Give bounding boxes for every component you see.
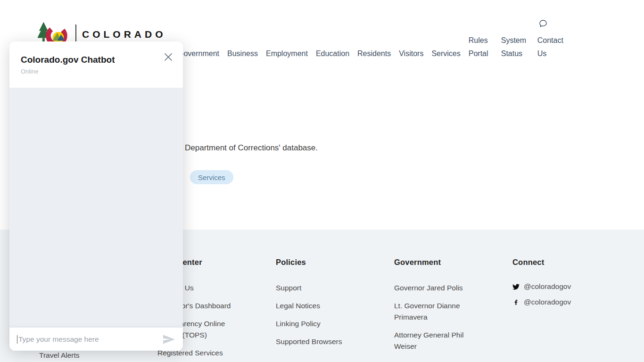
footer-column-connect: Connect @coloradogov @coloradogov [512,258,616,313]
footer-link-travel-alerts[interactable]: Travel Alerts [39,350,80,361]
nav-item-education[interactable]: Education [316,47,349,60]
twitter-handle: @coloradogov [524,282,571,291]
chatbot-title: Colorado.gov Chatbot [21,55,172,65]
nav-item-system-status[interactable]: System Status [501,34,529,60]
twitter-icon [512,283,520,290]
page-description-fragment: Department of Corrections' database. [185,143,318,153]
chatbot-input-row [9,328,183,351]
nav-item-residents[interactable]: Residents [357,47,391,60]
footer-link-attorney-general[interactable]: Attorney General Phil Weiser [394,329,484,352]
footer-column-government: Government Governor Jared Polis Lt. Gove… [394,258,484,359]
footer-header-government: Government [394,258,484,267]
text-caret [17,335,17,344]
nav-item-rules-portal[interactable]: Rules Portal [469,34,493,60]
nav-item-contact-us[interactable]: Contact Us [537,19,570,60]
footer-link-linking-policy[interactable]: Linking Policy [276,318,365,329]
nav-item-government[interactable]: Government [178,47,219,60]
nav-item-services[interactable]: Services [431,47,460,60]
top-nav: Government Business Employment Education… [178,19,570,60]
services-tag-badge[interactable]: Services [190,170,233,184]
send-icon [163,335,175,344]
footer-link-twitter[interactable]: @coloradogov [512,282,616,291]
nav-item-contact-us-label: Contact Us [537,34,570,60]
facebook-handle: @coloradogov [524,298,571,306]
close-icon [164,53,173,61]
footer-header-policies: Policies [276,258,365,267]
chatbot-panel: Colorado.gov Chatbot Online [9,41,183,351]
footer-link-legal-notices[interactable]: Legal Notices [276,300,365,312]
footer-column-policies: Policies Support Legal Notices Linking P… [276,258,365,354]
nav-item-visitors[interactable]: Visitors [399,47,423,60]
facebook-icon [512,299,520,306]
brand-wordmark: COLORADO [82,29,166,40]
footer-link-governor[interactable]: Governor Jared Polis [394,282,484,294]
chatbot-close-button[interactable] [162,51,174,63]
footer-link-supported-browsers[interactable]: Supported Browsers [276,336,365,347]
chatbot-header: Colorado.gov Chatbot Online [9,41,183,88]
chatbot-message-input[interactable] [18,335,163,344]
chatbot-conversation-area [9,88,183,328]
chatbot-status: Online [21,68,172,75]
footer-link-support[interactable]: Support [276,282,365,294]
footer-header-connect: Connect [512,258,616,267]
page: COLORADO Government Business Employment … [0,0,644,362]
nav-item-employment[interactable]: Employment [266,47,308,60]
nav-item-business[interactable]: Business [227,47,258,60]
chat-bubble-icon [538,19,548,28]
footer-link-facebook[interactable]: @coloradogov [512,298,616,306]
chatbot-send-button[interactable] [163,335,175,344]
footer-link-lt-governor[interactable]: Lt. Governor Dianne Primavera [394,300,484,323]
